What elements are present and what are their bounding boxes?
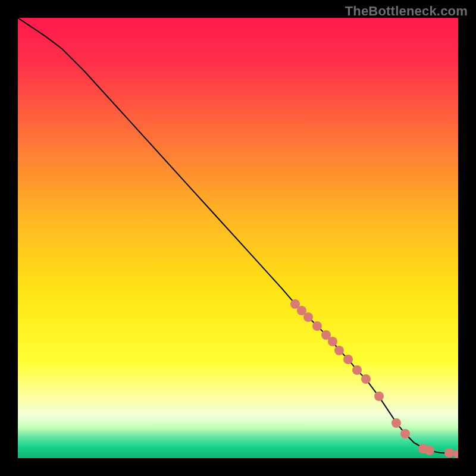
data-point-marker bbox=[453, 449, 458, 458]
data-point-marker bbox=[343, 355, 353, 364]
data-point-marker bbox=[328, 337, 337, 346]
chart-frame: TheBottleneck.com bbox=[0, 0, 476, 476]
data-point-marker bbox=[361, 374, 371, 384]
data-point-marker bbox=[425, 446, 434, 455]
watermark-text: TheBottleneck.com bbox=[345, 4, 468, 19]
data-point-marker bbox=[334, 346, 344, 355]
plot-area bbox=[18, 18, 458, 458]
chart-line-layer bbox=[18, 18, 458, 458]
data-point-marker bbox=[352, 365, 362, 375]
